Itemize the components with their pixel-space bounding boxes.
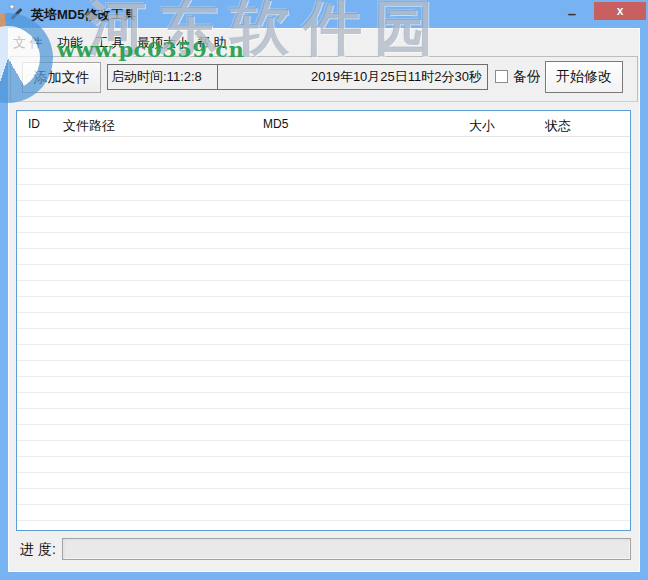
start-time-field: 启动时间:11:2:8 bbox=[107, 64, 218, 90]
app-window: ✦ 英培MD5修改工具 – x 文 件 功能 工 具 最顶大小 帮 助 添加文件… bbox=[0, 0, 648, 580]
toolbar-panel: 添加文件 启动时间:11:2:8 2019年10月25日11时2分30秒 备份 … bbox=[10, 56, 638, 102]
magic-wand-icon: ✦ bbox=[8, 5, 25, 22]
column-header-status[interactable]: 状态 bbox=[545, 117, 571, 135]
backup-checkbox[interactable] bbox=[495, 70, 508, 83]
title-bar: ✦ 英培MD5修改工具 – x bbox=[0, 0, 648, 28]
column-header-id[interactable]: ID bbox=[28, 117, 40, 131]
menu-item-help[interactable]: 帮 助 bbox=[197, 34, 227, 52]
menu-item-tools[interactable]: 工 具 bbox=[95, 34, 125, 52]
close-button[interactable]: x bbox=[594, 2, 646, 20]
sparkle-glyph: ✦ bbox=[8, 2, 16, 12]
add-file-button[interactable]: 添加文件 bbox=[22, 62, 101, 93]
menu-item-function[interactable]: 功能 bbox=[57, 34, 83, 52]
table-header: ID 文件路径 MD5 大小 状态 bbox=[17, 111, 630, 137]
start-modify-button[interactable]: 开始修改 bbox=[545, 61, 623, 93]
datetime-field: 2019年10月25日11时2分30秒 bbox=[218, 64, 488, 90]
column-header-size[interactable]: 大小 bbox=[469, 117, 495, 135]
column-header-filepath[interactable]: 文件路径 bbox=[63, 117, 115, 135]
file-list-table: ID 文件路径 MD5 大小 状态 bbox=[16, 110, 631, 531]
progress-bar bbox=[62, 538, 631, 560]
progress-label: 进 度: bbox=[20, 541, 56, 559]
column-header-md5[interactable]: MD5 bbox=[263, 117, 288, 131]
close-icon: x bbox=[617, 4, 624, 18]
minimize-icon: – bbox=[568, 5, 576, 22]
backup-checkbox-label[interactable]: 备份 bbox=[513, 68, 541, 86]
client-area: 文 件 功能 工 具 最顶大小 帮 助 添加文件 启动时间:11:2:8 201… bbox=[8, 28, 640, 572]
minimize-button[interactable]: – bbox=[556, 2, 588, 24]
window-title: 英培MD5修改工具 bbox=[31, 6, 136, 24]
table-rows-area[interactable] bbox=[17, 137, 630, 530]
menu-bar: 文 件 功能 工 具 最顶大小 帮 助 bbox=[8, 28, 640, 55]
menu-item-file[interactable]: 文 件 bbox=[13, 34, 43, 52]
menu-item-topmost-size[interactable]: 最顶大小 bbox=[137, 34, 189, 52]
